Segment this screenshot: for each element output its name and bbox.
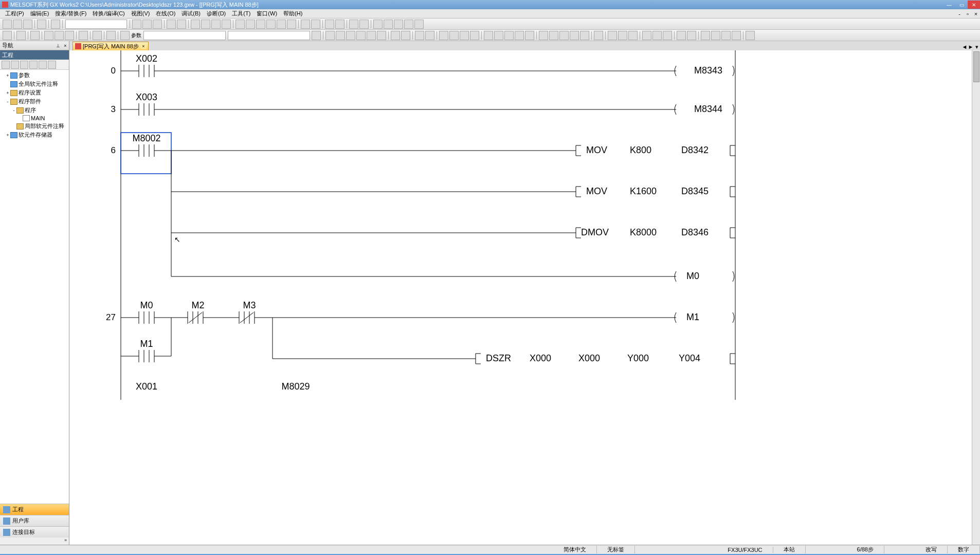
ld-h1[interactable] — [594, 31, 603, 40]
ld-k1[interactable] — [677, 31, 686, 40]
ld-l3[interactable] — [721, 31, 731, 40]
ld-vline[interactable] — [401, 31, 410, 40]
ld-func[interactable] — [377, 31, 386, 40]
tb1-l[interactable] — [311, 20, 320, 29]
menu-edit[interactable]: 编辑(E) — [27, 10, 52, 17]
ld-l4[interactable] — [732, 31, 741, 40]
nav-tb-1[interactable] — [2, 61, 10, 69]
tb1-c[interactable] — [211, 20, 221, 29]
pin-icon[interactable]: ⊥ — [55, 43, 62, 48]
mdi-minimize-button[interactable]: - — [955, 11, 964, 17]
ld-g5[interactable] — [580, 31, 589, 40]
ld-f5[interactable] — [525, 31, 534, 40]
tb2-d[interactable] — [44, 31, 53, 40]
ld-j1[interactable] — [642, 31, 651, 40]
save-button[interactable] — [23, 20, 32, 29]
ld-f2[interactable] — [494, 31, 503, 40]
ld-j3[interactable] — [663, 31, 672, 40]
tb1-k[interactable] — [301, 20, 310, 29]
ld-e1[interactable] — [439, 31, 448, 40]
menu-project[interactable]: 工程(P) — [2, 10, 27, 17]
tree-node-device-memory[interactable]: +软元件存储器 — [1, 131, 68, 139]
nav-tb-3[interactable] — [20, 61, 28, 69]
tb2-f[interactable] — [65, 31, 74, 40]
ld-k2[interactable] — [687, 31, 696, 40]
menu-find[interactable]: 搜索/替换(F) — [52, 10, 89, 17]
tab-nav-right[interactable]: ► — [968, 44, 974, 50]
tb1-d[interactable] — [222, 20, 231, 29]
zoom-in-button[interactable] — [359, 20, 369, 29]
ld-hline[interactable] — [391, 31, 400, 40]
menu-debug[interactable]: 调试(B) — [178, 10, 204, 17]
ld-e3[interactable] — [460, 31, 469, 40]
tb1-q[interactable] — [394, 20, 403, 29]
menu-help[interactable]: 帮助(H) — [280, 10, 305, 17]
ld-g2[interactable] — [549, 31, 558, 40]
help-button[interactable] — [51, 20, 60, 29]
vertical-scrollbar[interactable] — [972, 50, 980, 545]
tb2-b[interactable] — [16, 31, 26, 40]
redo-button[interactable] — [177, 20, 186, 29]
new-button[interactable] — [3, 20, 12, 29]
project-tree[interactable]: +参数 全局软元件注释 +程序设置 -程序部件 -程序 MAIN 局部软元件注释… — [0, 70, 69, 504]
ld-i2[interactable] — [618, 31, 627, 40]
search-combo[interactable] — [228, 31, 310, 40]
scrollbar-thumb[interactable] — [973, 51, 979, 82]
tb1-g[interactable] — [256, 20, 265, 29]
tb2-e[interactable] — [55, 31, 64, 40]
menu-view[interactable]: 视图(V) — [128, 10, 153, 17]
tb1-p[interactable] — [384, 20, 393, 29]
tb1-f[interactable] — [246, 20, 255, 29]
tb2-a[interactable] — [3, 31, 12, 40]
mdi-restore-button[interactable]: ▫ — [964, 11, 972, 17]
menu-online[interactable]: 在线(O) — [153, 10, 178, 17]
nav-tb-4[interactable] — [29, 61, 38, 69]
close-button[interactable]: ✕ — [968, 1, 980, 9]
tree-node-program-parts[interactable]: -程序部件 — [1, 97, 68, 106]
ld-l2[interactable] — [711, 31, 720, 40]
tb2-g[interactable] — [79, 31, 88, 40]
tab-nav-menu[interactable]: ▾ — [974, 44, 980, 50]
open-button[interactable] — [13, 20, 22, 29]
ld-f4[interactable] — [515, 31, 524, 40]
ld-coil[interactable] — [367, 31, 376, 40]
device-combo[interactable] — [143, 31, 226, 40]
ld-contact-no[interactable] — [325, 31, 335, 40]
tb1-o[interactable] — [373, 20, 383, 29]
print-button[interactable] — [37, 20, 46, 29]
tree-node-global-comment[interactable]: 全局软元件注释 — [1, 80, 68, 88]
tb2-c[interactable] — [30, 31, 40, 40]
tab-nav-left[interactable]: ◄ — [961, 44, 968, 50]
tb1-h[interactable] — [266, 20, 276, 29]
cut-button[interactable] — [132, 20, 141, 29]
nav-tb-5[interactable] — [39, 61, 47, 69]
tb1-m[interactable] — [325, 20, 334, 29]
bottom-mini-expand[interactable]: » — [0, 538, 69, 545]
nav-tb-6[interactable] — [48, 61, 56, 69]
ld-contact-f[interactable] — [356, 31, 366, 40]
minimize-button[interactable]: — — [943, 1, 955, 9]
bottom-tab-connection[interactable]: 连接目标 — [0, 526, 69, 538]
tree-node-program[interactable]: -程序 — [1, 106, 68, 115]
ladder-canvas[interactable]: 0 X002 M8343 3 X003 — [69, 50, 980, 545]
undo-button[interactable] — [167, 20, 176, 29]
editor-tab-main[interactable]: [PRG]写入 MAIN 88步 × — [72, 42, 149, 50]
nav-tb-2[interactable] — [11, 61, 19, 69]
copy-button[interactable] — [142, 20, 152, 29]
tree-node-program-settings[interactable]: +程序设置 — [1, 88, 68, 97]
ld-zoom[interactable] — [746, 31, 755, 40]
tb1-r[interactable] — [404, 20, 413, 29]
tb1-s[interactable] — [414, 20, 424, 29]
ld-i3[interactable] — [628, 31, 638, 40]
tree-node-local-comment[interactable]: 局部软元件注释 — [1, 122, 68, 131]
ld-del-vline[interactable] — [425, 31, 434, 40]
tb1-n[interactable] — [335, 20, 344, 29]
ld-contact-nc[interactable] — [336, 31, 345, 40]
ld-g1[interactable] — [539, 31, 548, 40]
menu-window[interactable]: 窗口(W) — [253, 10, 280, 17]
ld-f1[interactable] — [484, 31, 493, 40]
tb1-e[interactable] — [235, 20, 245, 29]
search-go-button[interactable] — [312, 31, 321, 40]
tb1-i[interactable] — [277, 20, 286, 29]
ld-j2[interactable] — [652, 31, 662, 40]
